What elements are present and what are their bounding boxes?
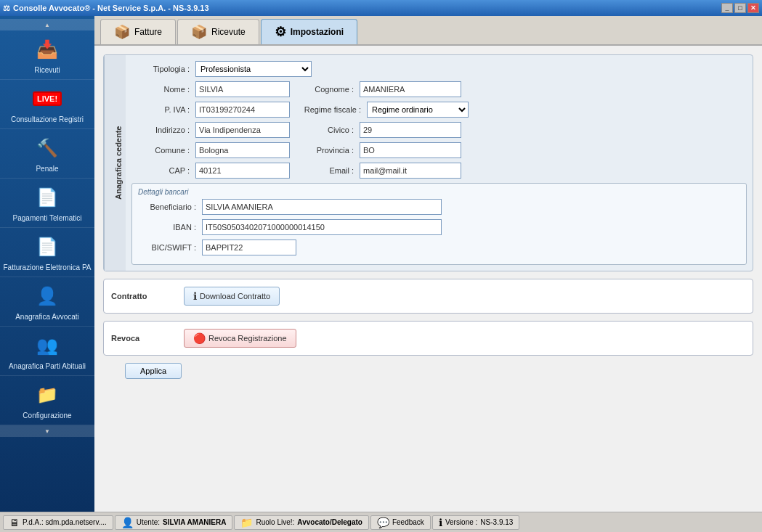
minimize-button[interactable]: _ [721, 3, 733, 13]
fatture-tab-icon: 📦 [114, 24, 130, 40]
main-content: Anagrafica cedente Tipologia : Professio… [94, 46, 762, 512]
sidebar-item-live[interactable]: LIVE! Consultazione Registri [0, 80, 94, 129]
tab-impostazioni-label: Impostazioni [291, 27, 344, 37]
ruolo-icon: 📁 [240, 517, 253, 528]
tab-impostazioni[interactable]: ⚙ Impostazioni [261, 19, 357, 44]
comune-label: Comune : [131, 146, 190, 155]
applica-button[interactable]: Applica [125, 363, 182, 379]
close-button[interactable]: ✕ [747, 3, 759, 13]
cap-label: CAP : [131, 166, 190, 175]
sidebar-label-consultazione: Consultazione Registri [11, 115, 84, 124]
indirizzo-row: Indirizzo : Civico : [131, 122, 747, 138]
sidebar: ▲ 📥 Ricevuti LIVE! Consultazione Registr… [0, 16, 94, 512]
ruolo-value: Avvocato/Delegato [297, 518, 362, 526]
ruolo-segment: 📁 Ruolo Live!: Avvocato/Delegato [234, 515, 368, 530]
sidebar-label-ricevuti: Ricevuti [34, 66, 60, 75]
sidebar-item-anagrafica-avvocati[interactable]: 👤 Anagrafica Avvocati [0, 277, 94, 327]
email-input[interactable] [360, 163, 461, 179]
comune-row: Comune : Provincia : [131, 142, 747, 158]
anagrafica-cedente-section: Anagrafica cedente Tipologia : Professio… [103, 54, 753, 271]
regime-label: Regime fiscale : [296, 105, 361, 114]
cap-input[interactable] [195, 163, 290, 179]
anagrafica-parti-icon: 👥 [33, 331, 62, 360]
piva-input[interactable] [195, 102, 290, 118]
revoca-btn-label: Revoca Registrazione [208, 334, 287, 343]
sidebar-label-penale: Penale [36, 165, 58, 173]
contratto-btn-label: Download Contratto [200, 292, 270, 300]
sidebar-label-fatturazione-pa: Fatturazione Elettronica PA [4, 263, 92, 272]
sidebar-item-fatturazione-pa[interactable]: 📄 Fatturazione Elettronica PA [0, 228, 94, 277]
sidebar-item-penale[interactable]: 🔨 Penale [0, 129, 94, 179]
nome-cognome-row: Nome : Cognome : [131, 81, 747, 97]
tab-ricevute[interactable]: 📦 Ricevute [177, 19, 259, 44]
tipologia-label: Tipologia : [131, 65, 190, 73]
ruolo-static-label: Ruolo Live!: [256, 518, 294, 526]
sidebar-scroll-up[interactable]: ▲ [0, 19, 94, 30]
versione-value: NS-3.9.13 [480, 518, 513, 526]
revoca-label: Revoca [111, 334, 184, 343]
regime-select[interactable]: Regime ordinario Regime forfettario [367, 102, 469, 118]
download-contratto-button[interactable]: ℹ Download Contratto [184, 287, 280, 306]
comune-input[interactable] [195, 142, 290, 158]
bic-label: BIC/SWIFT : [138, 243, 196, 252]
title-bar: ⚖ Consolle Avvocato® - Net Service S.p.A… [0, 0, 762, 16]
anagrafica-cedente-label: Anagrafica cedente [104, 55, 126, 271]
versione-icon: ℹ [439, 517, 442, 528]
feedback-icon: 💬 [377, 517, 389, 528]
feedback-segment[interactable]: 💬 Feedback [370, 515, 431, 530]
pda-label: P.d.A.: sdm.pda.netserv.... [23, 518, 107, 526]
versione-static-label: Versione : [445, 518, 477, 526]
sidebar-label-configurazione: Configurazione [23, 412, 71, 420]
app-title: Consolle Avvocato® - Net Service S.p.A. … [13, 4, 209, 12]
tabs-bar: 📦 Fatture 📦 Ricevute ⚙ Impostazioni [94, 16, 762, 46]
live-icon: LIVE! [33, 84, 62, 113]
bank-details-group: Dettagli bancari Beneficiario : IBAN : B… [131, 183, 747, 265]
tab-ricevute-label: Ricevute [211, 27, 246, 37]
tab-fatture[interactable]: 📦 Fatture [100, 19, 176, 44]
revoca-icon: 🔴 [193, 332, 206, 344]
tipologia-select[interactable]: Professionista Azienda [195, 61, 312, 77]
provincia-input[interactable] [360, 142, 461, 158]
penale-icon: 🔨 [33, 134, 62, 163]
utente-segment: 👤 Utente: SILVIA AMANIERA [115, 515, 233, 530]
pda-segment: 🖥 P.d.A.: sdm.pda.netserv.... [3, 515, 113, 530]
revoca-registrazione-button[interactable]: 🔴 Revoca Registrazione [184, 329, 296, 348]
beneficiario-label: Beneficiario : [138, 202, 196, 211]
contratto-label: Contratto [111, 292, 184, 300]
bic-row: BIC/SWIFT : [138, 240, 740, 255]
applica-label: Applica [140, 367, 166, 375]
sidebar-label-anagrafica-parti: Anagrafica Parti Abituali [9, 362, 86, 371]
nome-input[interactable] [195, 81, 290, 97]
indirizzo-input[interactable] [195, 122, 290, 138]
cognome-input[interactable] [360, 81, 461, 97]
sidebar-label-anagrafica-avvocati: Anagrafica Avvocati [15, 313, 79, 322]
revoca-section: Revoca 🔴 Revoca Registrazione [103, 321, 753, 356]
iban-label: IBAN : [138, 223, 196, 232]
maximize-button[interactable]: □ [734, 3, 746, 13]
versione-segment: ℹ Versione : NS-3.9.13 [432, 515, 520, 530]
utente-static-label: Utente: [137, 518, 160, 526]
pda-icon: 🖥 [9, 517, 20, 528]
sidebar-scroll-down[interactable]: ▼ [0, 425, 94, 437]
impostazioni-tab-icon: ⚙ [275, 24, 286, 40]
download-icon: ℹ [193, 290, 197, 302]
beneficiario-input[interactable] [202, 199, 442, 215]
sidebar-item-anagrafica-parti[interactable]: 👥 Anagrafica Parti Abituali [0, 327, 94, 376]
indirizzo-label: Indirizzo : [131, 126, 190, 134]
anagrafica-avvocati-icon: 👤 [33, 282, 62, 311]
sidebar-item-ricevuti[interactable]: 📥 Ricevuti [0, 30, 94, 80]
app-icon: ⚖ [3, 4, 10, 13]
sidebar-item-pagamenti[interactable]: 📄 Pagamenti Telematici [0, 179, 94, 228]
piva-regime-row: P. IVA : Regime fiscale : Regime ordinar… [131, 102, 747, 118]
ricevuti-icon: 📥 [33, 35, 62, 64]
pagamenti-icon: 📄 [33, 183, 62, 212]
iban-input[interactable] [202, 219, 442, 235]
apply-row: Applica [103, 363, 753, 379]
ricevute-tab-icon: 📦 [191, 24, 207, 40]
bic-input[interactable] [202, 240, 296, 255]
sidebar-item-configurazione[interactable]: 📁 Configurazione [0, 376, 94, 425]
civico-label: Civico : [296, 126, 354, 134]
tab-fatture-label: Fatture [134, 27, 162, 37]
civico-input[interactable] [360, 122, 461, 138]
iban-row: IBAN : [138, 219, 740, 235]
